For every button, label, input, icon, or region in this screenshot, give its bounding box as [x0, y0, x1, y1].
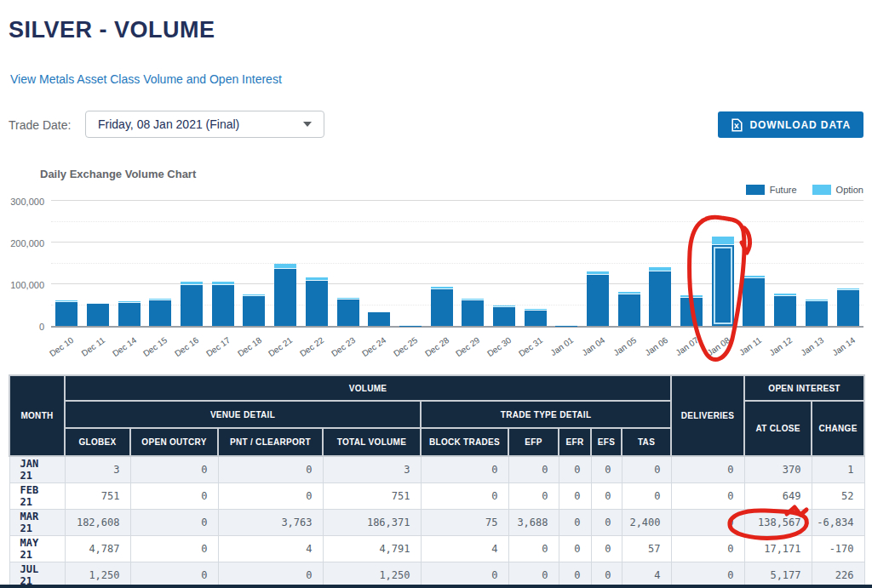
chart-bar-dec-25[interactable] — [399, 325, 422, 327]
y-axis-tick-label: 0 — [0, 322, 44, 332]
x-axis-tick-label: Dec 29 — [445, 335, 482, 365]
future-segment — [493, 307, 515, 326]
legend-item-future[interactable]: Future — [746, 185, 797, 195]
future-segment — [87, 304, 109, 326]
y-axis-tick-label: 100,000 — [0, 280, 44, 290]
x-axis-tick-label: Dec 25 — [382, 335, 419, 365]
legend-label-option: Option — [836, 185, 863, 195]
chart-bar-dec-18[interactable] — [243, 294, 265, 326]
col-header-efs: EFS — [591, 428, 622, 456]
trade-date-select[interactable]: Friday, 08 Jan 2021 (Final) — [85, 111, 324, 138]
silver-volume-page: SILVER - VOLUME View Metals Asset Class … — [0, 0, 872, 588]
col-header-deliveries: DELIVERIES — [671, 375, 744, 456]
chart-bar-jan-13[interactable] — [806, 300, 828, 326]
x-axis-tick-label: Jan 07 — [663, 335, 701, 365]
chart-bar-jan-14[interactable] — [837, 288, 859, 326]
chart-bar-jan-05[interactable] — [618, 292, 640, 326]
value-cell: 0 — [671, 482, 744, 509]
chart-bar-dec-10[interactable] — [55, 300, 77, 326]
x-axis-tick-label: Dec 16 — [163, 335, 200, 365]
chart-bar-dec-29[interactable] — [462, 299, 484, 326]
chart-bar-dec-15[interactable] — [149, 299, 171, 326]
chart-bar-jan-08[interactable] — [712, 237, 734, 326]
future-segment — [399, 326, 422, 327]
value-cell: 0 — [508, 456, 559, 482]
y-axis-tick-label: 200,000 — [0, 238, 44, 248]
y-axis-tick-label: 300,000 — [0, 197, 44, 207]
value-cell: 3,688 — [508, 509, 559, 535]
chart-bar-dec-17[interactable] — [212, 282, 234, 326]
value-cell: 0 — [559, 509, 591, 535]
chart-bar-jan-01[interactable] — [555, 325, 577, 327]
col-header-venue-detail: VENUE DETAIL — [65, 401, 421, 428]
daily-volume-chart: Daily Exchange Volume Chart Future Optio… — [0, 166, 872, 370]
asset-class-link[interactable]: View Metals Asset Class Volume and Open … — [10, 72, 282, 86]
chart-bar-dec-22[interactable] — [306, 277, 328, 326]
x-axis-tick-label: Jan 06 — [632, 335, 669, 365]
col-header-volume: VOLUME — [65, 375, 671, 401]
col-header-total-volume: TOTAL VOLUME — [323, 428, 421, 456]
chart-bar-dec-16[interactable] — [181, 282, 203, 326]
month-cell: MAR 21 — [9, 509, 65, 535]
future-segment — [743, 278, 765, 326]
chart-bar-jan-07[interactable] — [680, 295, 703, 326]
trade-date-value: Friday, 08 Jan 2021 (Final) — [98, 117, 239, 131]
future-segment — [680, 298, 703, 326]
future-segment — [555, 326, 577, 327]
chart-bar-dec-31[interactable] — [525, 309, 547, 326]
future-segment — [212, 285, 234, 326]
col-header-efr: EFR — [559, 428, 591, 456]
x-axis-tick-label: Jan 05 — [600, 335, 638, 365]
col-header-open-interest: OPEN INTEREST — [744, 375, 864, 401]
x-axis-tick-label: Dec 24 — [351, 335, 388, 365]
page-title: SILVER - VOLUME — [9, 17, 215, 43]
table-row-mar-21: MAR 21182,60803,763186,371753,688002,400… — [9, 509, 864, 535]
excel-download-icon — [731, 118, 743, 132]
chart-bar-jan-04[interactable] — [587, 271, 609, 326]
value-cell: 0 — [421, 482, 508, 509]
x-axis-tick-label: Dec 30 — [475, 335, 513, 365]
col-header-open-outcry: OPEN OUTCRY — [130, 428, 218, 456]
gridline — [51, 200, 863, 201]
future-segment — [837, 290, 859, 326]
chart-bar-jan-12[interactable] — [774, 294, 796, 326]
chart-bar-jan-11[interactable] — [743, 276, 765, 326]
chart-bar-dec-24[interactable] — [368, 311, 390, 326]
col-header-tas: TAS — [622, 428, 671, 456]
value-cell: 0 — [591, 482, 622, 509]
download-data-button[interactable]: DOWNLOAD DATA — [718, 111, 863, 138]
value-cell: 0 — [130, 456, 218, 482]
chart-bar-dec-21[interactable] — [274, 264, 296, 326]
value-cell: 370 — [744, 456, 812, 482]
chart-bar-jan-06[interactable] — [649, 267, 671, 326]
chart-bar-dec-28[interactable] — [431, 287, 453, 326]
legend-item-option[interactable]: Option — [812, 185, 863, 195]
x-axis-tick-label: Dec 18 — [226, 335, 263, 365]
value-cell: 4 — [421, 535, 508, 562]
x-axis-tick-label: Dec 22 — [288, 335, 325, 365]
caret-down-icon — [303, 122, 312, 127]
future-segment — [337, 300, 359, 326]
value-cell: 1 — [812, 456, 864, 482]
value-cell: 0 — [130, 482, 218, 509]
chart-bar-dec-11[interactable] — [87, 303, 109, 326]
future-segment — [649, 271, 671, 326]
chart-bar-dec-30[interactable] — [493, 305, 515, 326]
value-cell: 17,171 — [744, 535, 812, 562]
chart-bar-dec-23[interactable] — [337, 298, 359, 326]
col-header-at-close: AT CLOSE — [744, 401, 812, 456]
x-axis-tick-label: Jan 13 — [788, 335, 825, 365]
value-cell: 0 — [559, 482, 591, 509]
value-cell: 751 — [65, 482, 130, 509]
col-header-pnt-clearport: PNT / CLEARPORT — [218, 428, 323, 456]
future-segment — [243, 296, 265, 326]
future-segment — [774, 296, 796, 326]
x-axis-tick-label: Dec 31 — [507, 335, 544, 365]
x-axis-tick-label: Dec 21 — [257, 335, 295, 365]
chart-bar-dec-14[interactable] — [118, 301, 141, 326]
col-header-globex: GLOBEX — [65, 428, 130, 456]
future-segment — [274, 269, 296, 326]
future-swatch-icon — [746, 185, 765, 195]
col-header-block-trades: BLOCK TRADES — [421, 428, 508, 456]
value-cell: 3 — [323, 456, 421, 482]
